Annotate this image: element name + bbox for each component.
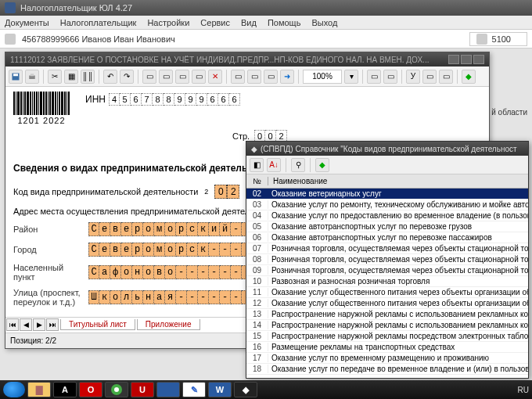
delete-icon[interactable]: ✕ <box>208 70 222 84</box>
arrow-icon[interactable]: ➜ <box>280 70 294 84</box>
app-title: Налогоплательщик ЮЛ 4.27 <box>20 3 132 13</box>
inn-label: ИНН <box>85 94 106 105</box>
taskbar-chrome-icon[interactable] <box>105 382 128 397</box>
nav-next[interactable]: ▶ <box>33 318 45 331</box>
help-icon[interactable]: ◆ <box>462 70 476 84</box>
ref-row[interactable]: 11Оказание услуг общественного питания ч… <box>246 287 528 298</box>
ref-row[interactable]: 12Оказание услуг общественного питания ч… <box>246 298 528 309</box>
ref-row[interactable]: 08Розничная торговля, осуществляемая чер… <box>246 254 528 265</box>
menu-service[interactable]: Сервис <box>200 18 230 27</box>
tool-j-icon[interactable]: ▭ <box>422 70 437 84</box>
ref-row[interactable]: 07Розничная торговля, осуществляемая чер… <box>246 243 528 254</box>
min-button[interactable] <box>448 55 459 64</box>
ref-row[interactable]: 06Оказание автотранспортных услуг по пер… <box>246 232 528 243</box>
tool-b-icon[interactable]: ▭ <box>159 70 173 84</box>
tool-c-icon[interactable]: ▭ <box>175 70 189 84</box>
page-label: Стр. <box>232 131 250 141</box>
menu-view[interactable]: Вид <box>241 18 257 27</box>
code-icon <box>476 34 487 45</box>
ref-row[interactable]: 14Распространение наружной рекламы с исп… <box>246 320 528 331</box>
field-label: Улица (проспект, переулок и т.д.) <box>13 288 81 307</box>
save-icon[interactable] <box>9 70 23 84</box>
taskbar-app2-icon[interactable] <box>156 382 180 397</box>
menu-documents[interactable]: Документы <box>5 18 49 27</box>
inn-field[interactable]: 456788999666 <box>109 93 240 106</box>
close-button[interactable] <box>473 55 484 64</box>
tab-title-page[interactable]: Титульный лист <box>60 319 135 330</box>
menu-taxpayer[interactable]: Налогоплательщик <box>60 18 137 27</box>
tool-f-icon[interactable]: ▭ <box>247 70 261 84</box>
ref-help-icon[interactable]: ◆ <box>315 158 329 172</box>
taskbar-opera-icon[interactable]: O <box>79 382 102 397</box>
ref-row[interactable]: 10Развозная и разносная розничная торгов… <box>246 276 528 287</box>
sort-icon[interactable]: A↓ <box>267 158 281 172</box>
taskbar-explorer-icon[interactable]: ▇ <box>27 382 51 397</box>
char-field[interactable]: Сафоново-------- <box>88 265 264 279</box>
book-icon: ◆ <box>251 145 257 153</box>
activity-code-field[interactable]: 02 <box>214 185 239 199</box>
nav-last[interactable]: ⏭ <box>46 318 59 331</box>
ref-row[interactable]: 16Размещение рекламы на транспортных сре… <box>246 342 528 353</box>
menu-help[interactable]: Помощь <box>268 18 301 27</box>
user-bar: 456788999666 Иванов Иван Иванович 5100 <box>0 30 532 49</box>
taskbar-a-icon[interactable]: A <box>53 382 77 397</box>
start-button[interactable] <box>3 382 25 397</box>
char-field[interactable]: Североморск----- <box>88 243 264 257</box>
ref-row[interactable]: 17Оказание услуг по временному размещени… <box>246 353 528 364</box>
zoom-field[interactable]: 100% <box>303 70 342 84</box>
ref-header: № Наименование <box>246 174 528 189</box>
ref-list[interactable]: 02Оказание ветеринарных услуг03Оказание … <box>246 189 528 378</box>
doc-titlebar[interactable]: 11112012 ЗАЯВЛЕНИЕ О ПОСТАНОВКЕ НА УЧЁТ … <box>5 52 489 66</box>
tab-attachment[interactable]: Приложение <box>137 319 200 330</box>
ref-row[interactable]: 04Оказание услуг по предоставлению во вр… <box>246 210 528 221</box>
tool-d-icon[interactable]: ▭ <box>192 70 206 84</box>
nav-prev[interactable]: ◀ <box>20 318 32 331</box>
workspace: й области 11112012 ЗАЯВЛЕНИЕ О ПОСТАНОВК… <box>0 49 532 380</box>
svg-rect-1 <box>13 74 18 76</box>
taskbar-app1-icon[interactable]: U <box>131 382 154 397</box>
ref-row[interactable]: 15Распространение наружной рекламы посре… <box>246 331 528 342</box>
ref-titlebar[interactable]: ◆ (СПВПД) Справочник "Коды видов предпри… <box>246 142 528 156</box>
field-label: Район <box>13 225 81 234</box>
char-field[interactable]: Школьная-------- <box>88 290 264 304</box>
col-num-header[interactable]: № <box>246 177 268 185</box>
ref-row[interactable]: 09Розничная торговля, осуществляемая чер… <box>246 265 528 276</box>
position-label: Позиция: 2/2 <box>10 336 56 345</box>
tool-h-icon[interactable]: ▭ <box>367 70 381 84</box>
max-button[interactable] <box>461 55 472 64</box>
code-field[interactable]: 5100 <box>469 32 527 46</box>
tool-i-icon[interactable]: ▭ <box>383 70 397 84</box>
find-icon[interactable]: ⚲ <box>291 158 305 172</box>
menu-exit[interactable]: Выход <box>311 18 337 27</box>
tool-g-icon[interactable]: ▭ <box>264 70 278 84</box>
cut-icon[interactable]: ✂ <box>48 70 62 84</box>
taskbar-word-icon[interactable]: W <box>208 382 232 397</box>
ref-tool-a-icon[interactable]: ◧ <box>250 158 264 172</box>
ref-row[interactable]: 05Оказание автотранспортных услуг по пер… <box>246 221 528 232</box>
ref-row[interactable]: 02Оказание ветеринарных услуг <box>246 189 528 200</box>
doc-toolbar: ✂ ▦ ║║ ↶ ↷ ▭ ▭ ▭ ▭ ✕ ▭ ▭ ▭ ➜ 100% ▾ ▭ ▭ … <box>5 66 489 87</box>
nav-first[interactable]: ⏮ <box>6 318 19 331</box>
print-icon[interactable] <box>25 70 39 84</box>
ref-window: ◆ (СПВПД) Справочник "Коды видов предпри… <box>246 141 529 379</box>
lang-indicator[interactable]: RU <box>518 386 529 394</box>
col-name-header[interactable]: Наименование <box>268 177 528 185</box>
taskbar-paint-icon[interactable]: ✎ <box>182 382 206 397</box>
undo-icon[interactable]: ↶ <box>103 70 117 84</box>
tool-e-icon[interactable]: ▭ <box>231 70 245 84</box>
zoom-dropdown-icon[interactable]: ▾ <box>344 70 358 84</box>
redo-icon[interactable]: ↷ <box>120 70 134 84</box>
style-icon[interactable]: У <box>406 70 420 84</box>
taskbar-app3-icon[interactable]: ◆ <box>234 382 257 397</box>
ref-row[interactable]: 13Распространение наружной рекламы с исп… <box>246 309 528 320</box>
menu-settings[interactable]: Настройки <box>147 18 189 27</box>
barcode-icon[interactable]: ║║ <box>81 70 95 84</box>
ref-row[interactable]: 03Оказание услуг по ремонту, техническом… <box>246 200 528 210</box>
tool-k-icon[interactable]: ▭ <box>439 70 453 84</box>
char-field[interactable]: Североморский-- <box>88 222 253 236</box>
tool-icon[interactable]: ▦ <box>64 70 78 84</box>
ref-row[interactable]: 18Оказание услуг по передаче во временно… <box>246 364 528 375</box>
tool-a-icon[interactable]: ▭ <box>142 70 156 84</box>
barcode: 1201 2022 <box>13 92 70 125</box>
main-titlebar: Налогоплательщик ЮЛ 4.27 <box>0 0 532 16</box>
